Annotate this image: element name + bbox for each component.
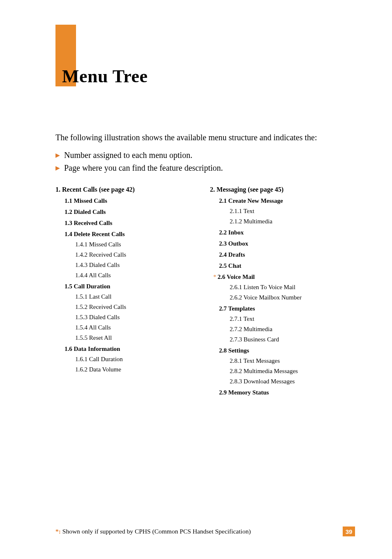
menu-item-lvl2: 2.8.1 Text Messages [230, 357, 355, 364]
section-heading: 2. Messaging (see page 45) [210, 186, 355, 193]
section-heading: 1. Recent Calls (see page 42) [55, 186, 194, 193]
footer: *: Shown only if supported by CPHS (Comm… [55, 527, 355, 536]
document-page: Menu Tree The following illustration sho… [0, 0, 392, 559]
menu-tree-columns: 1. Recent Calls (see page 42) 1.1 Missed… [55, 183, 355, 396]
menu-item-lvl2: 1.4.4 All Calls [75, 272, 194, 279]
menu-item-lvl1: 2.9 Memory Status [219, 389, 355, 396]
menu-item-lvl2: 2.8.2 Multimedia Messages [230, 368, 355, 375]
menu-item-lvl1: 2.1 Create New Message [219, 197, 355, 204]
menu-item-lvl2: 1.4.2 Received Calls [75, 251, 194, 258]
page-number-badge: 39 [343, 527, 355, 536]
menu-item-lvl2: 1.4.1 Missed Calls [75, 241, 194, 248]
bullet-list: ▶ Number assigned to each menu option. ▶… [55, 149, 355, 174]
menu-item-lvl1: 1.5 Call Duration [65, 283, 194, 290]
menu-item-lvl1: 2.3 Outbox [219, 240, 355, 247]
right-column: 2. Messaging (see page 45) 2.1 Create Ne… [210, 183, 355, 396]
menu-item-lvl1: 1.1 Missed Calls [65, 197, 194, 204]
menu-item-lvl1: 2.4 Drafts [219, 251, 355, 258]
menu-item-lvl2: 1.5.2 Received Calls [75, 304, 194, 311]
menu-item-lvl2: 1.6.2 Data Volume [75, 366, 194, 373]
triangle-right-icon: ▶ [55, 151, 60, 160]
footnote-text: Shown only if supported by CPHS (Common … [61, 528, 251, 535]
menu-item-lvl2: 1.5.3 Dialed Calls [75, 314, 194, 321]
menu-item-lvl1: 2.2 Inbox [219, 229, 355, 236]
menu-item-lvl1: 2.6 Voice Mail [218, 274, 255, 281]
menu-item-lvl2: 1.5.4 All Calls [75, 324, 194, 331]
left-list: 1.1 Missed Calls1.2 Dialed Calls1.3 Rece… [55, 197, 194, 373]
left-column: 1. Recent Calls (see page 42) 1.1 Missed… [55, 183, 194, 396]
menu-item-lvl2: 2.8.3 Download Messages [230, 378, 355, 385]
menu-item-lvl2: 1.5.5 Reset All [75, 334, 194, 341]
menu-item-lvl2: 1.4.3 Dialed Calls [75, 262, 194, 269]
bullet-item: ▶ Number assigned to each menu option. [55, 149, 355, 162]
menu-item-lvl2: 2.6.2 Voice Mailbox Number [230, 294, 355, 301]
bullet-text: Page where you can find the feature desc… [64, 162, 223, 174]
page-title: Menu Tree [62, 66, 355, 87]
asterisk-icon: * [213, 274, 217, 281]
footnote: *: Shown only if supported by CPHS (Comm… [55, 528, 251, 535]
menu-item-lvl1: 2.8 Settings [219, 347, 355, 354]
menu-item-lvl2: 1.6.1 Call Duration [75, 356, 194, 363]
menu-item-lvl2: 2.7.1 Text [230, 315, 355, 322]
menu-item-lvl1: 2.7 Templates [219, 305, 355, 312]
menu-item-lvl1: 2.5 Chat [219, 262, 355, 269]
menu-item-lvl1: 1.2 Dialed Calls [65, 209, 194, 216]
menu-item-lvl2: 1.5.1 Last Call [75, 293, 194, 300]
menu-item-lvl2: 2.6.1 Listen To Voice Mail [230, 284, 355, 291]
menu-item-starred: *2.6 Voice Mail [210, 269, 355, 281]
triangle-right-icon: ▶ [55, 164, 60, 173]
asterisk-icon: *: [55, 528, 61, 535]
menu-item-lvl1: 1.6 Data Information [65, 346, 194, 353]
menu-item-lvl1: 1.3 Received Calls [65, 220, 194, 227]
menu-item-lvl2: 2.1.1 Text [230, 208, 355, 215]
bullet-text: Number assigned to each menu option. [64, 149, 192, 162]
menu-item-lvl2: 2.7.2 Multimedia [230, 326, 355, 333]
menu-item-lvl1: 1.4 Delete Recent Calls [65, 231, 194, 238]
menu-item-lvl2: 2.1.2 Multimedia [230, 218, 355, 225]
intro-text: The following illustration shows the ava… [55, 132, 355, 143]
menu-item-lvl2: 2.7.3 Business Card [230, 336, 355, 343]
right-list: 2.1 Create New Message2.1.1 Text2.1.2 Mu… [210, 197, 355, 396]
bullet-item: ▶ Page where you can find the feature de… [55, 162, 355, 174]
